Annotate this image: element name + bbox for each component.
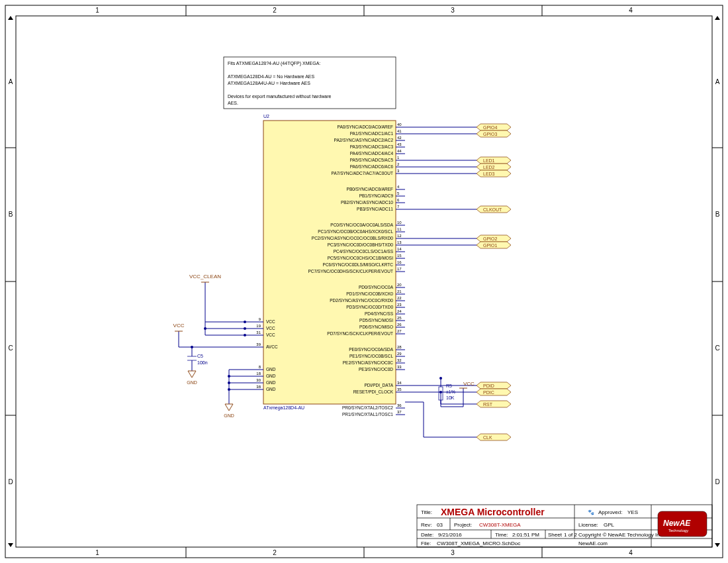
svg-text:C: C [715, 344, 719, 352]
svg-text:GND: GND [224, 413, 234, 418]
svg-text:24: 24 [397, 309, 402, 313]
svg-text:PA6/SYNC/ADC6/AC6: PA6/SYNC/ADC6/AC6 [350, 164, 394, 169]
svg-text:22: 22 [397, 296, 402, 300]
svg-text:18: 18 [256, 372, 261, 376]
svg-text:Technology: Technology [668, 529, 688, 533]
svg-text:6: 6 [397, 198, 400, 202]
svg-text:PDI/PDI_DATA: PDI/PDI_DATA [365, 383, 394, 388]
svg-text:3: 3 [397, 169, 400, 173]
svg-point-192 [228, 375, 230, 378]
net-led3: LED3 [477, 170, 511, 177]
svg-text:29: 29 [397, 352, 402, 356]
svg-text:Approved:: Approved: [598, 509, 622, 515]
svg-text:03: 03 [437, 522, 443, 528]
avcc-net: VCC C5 100n GND [173, 323, 245, 385]
svg-text:PC3/SYNC/OC0D/OC0BHS/TXD0: PC3/SYNC/OC0D/OC0BHS/TXD0 [328, 242, 394, 247]
net-tags: GPIO4GPIO3LED1LED2LED3CLKOUTGPIO2GPIO1PD… [405, 124, 511, 440]
svg-text:9/21/2016: 9/21/2016 [438, 532, 462, 538]
svg-text:ATXMEGA128A4U-AU = Hardware AE: ATXMEGA128A4U-AU = Hardware AES [228, 81, 310, 85]
c5-val: 100n [197, 360, 208, 365]
svg-text:PD5/SYNC/MOSI: PD5/SYNC/MOSI [359, 318, 393, 323]
svg-text:1: 1 [397, 156, 400, 160]
svg-text:PD2/SYNC/ASYNC/OC0C/RXD0: PD2/SYNC/ASYNC/OC0C/RXD0 [330, 298, 393, 303]
svg-text:PD0/SYNC/OC0A: PD0/SYNC/OC0A [359, 285, 394, 289]
net-pdid: PDID [477, 382, 511, 389]
svg-text:R5: R5 [446, 384, 452, 388]
col-1: 1 [95, 7, 99, 14]
chip-ref: U2 [263, 114, 269, 119]
svg-text:GPIO4: GPIO4 [483, 125, 498, 130]
svg-text:GND: GND [266, 387, 276, 391]
svg-text:2: 2 [273, 549, 277, 556]
svg-text:PC5/SYNC/OC0CHS/OC1B/MOSI: PC5/SYNC/OC0CHS/OC1B/MOSI [328, 256, 394, 260]
svg-text:28: 28 [397, 345, 402, 349]
svg-text:AES.: AES. [228, 101, 238, 105]
svg-text:41: 41 [397, 129, 402, 133]
svg-text:26: 26 [397, 323, 402, 327]
svg-text:19: 19 [256, 324, 261, 328]
svg-point-172 [244, 334, 246, 336]
svg-text:4: 4 [629, 549, 633, 556]
svg-text:ATXMEGA128D4-AU = No Hardware : ATXMEGA128D4-AU = No Hardware AES [228, 74, 315, 79]
svg-text:5: 5 [397, 191, 400, 195]
chip-part: ATxmega128D4-AU [263, 405, 304, 411]
svg-text:38: 38 [256, 385, 261, 389]
svg-text:AVCC: AVCC [266, 344, 278, 349]
svg-text:PD4/SYNC/SS: PD4/SYNC/SS [365, 311, 394, 316]
svg-text:12: 12 [397, 234, 402, 238]
svg-text:VCC: VCC [463, 381, 475, 387]
svg-text:Copyright © NewAE Technology I: Copyright © NewAE Technology Inc. [578, 532, 664, 538]
svg-text:PE2/SYNC/ASYNC/OC0C: PE2/SYNC/ASYNC/OC0C [343, 360, 394, 365]
svg-text:CLKOUT: CLKOUT [483, 207, 502, 212]
svg-text:VCC: VCC [266, 319, 275, 324]
svg-text:37: 37 [397, 410, 402, 414]
svg-point-170 [244, 321, 246, 323]
svg-text:PD7/SYNC/SCK/CLKPER/EVOUT: PD7/SYNC/SCK/CLKPER/EVOUT [327, 331, 393, 336]
svg-text:3: 3 [451, 549, 455, 556]
svg-text:Date:: Date: [421, 532, 433, 538]
c5-ref: C5 [197, 354, 203, 358]
svg-text:PDIC: PDIC [483, 390, 494, 395]
svg-marker-23 [8, 543, 13, 547]
svg-text:35: 35 [397, 387, 402, 391]
svg-text:LED1: LED1 [483, 158, 495, 163]
svg-point-173 [204, 327, 206, 330]
svg-text:GPIO2: GPIO2 [483, 236, 498, 241]
svg-text:PB1/SYNC/ADC9: PB1/SYNC/ADC9 [359, 193, 394, 198]
svg-text:VCC: VCC [266, 333, 275, 337]
row-B: B [9, 211, 13, 218]
svg-text:PC0/SYNC/OC0A/OC0ALS/SDA: PC0/SYNC/OC0A/OC0ALS/SDA [330, 223, 393, 227]
svg-text:PA0/SYNC/ADC0/AC0/AREF: PA0/SYNC/ADC0/AC0/AREF [338, 125, 393, 129]
svg-text:10K: 10K [446, 395, 455, 400]
svg-text:PA7/SYNC/ADC7/AC7/AC0OUT: PA7/SYNC/ADC7/AC7/AC0OUT [332, 171, 393, 176]
svg-text:GPL: GPL [604, 522, 615, 528]
svg-text:A: A [715, 78, 720, 85]
svg-text:🐾: 🐾 [588, 509, 594, 515]
svg-point-235 [439, 377, 442, 380]
row-C: C [8, 344, 13, 352]
svg-text:PE3/SYNC/OC0D: PE3/SYNC/OC0D [359, 367, 393, 372]
svg-point-194 [228, 388, 230, 391]
row-A: A [9, 78, 13, 85]
svg-text:RST: RST [483, 402, 493, 407]
svg-text:PD6/SYNC/MISO: PD6/SYNC/MISO [359, 325, 393, 329]
row-D: D [8, 478, 13, 486]
svg-text:36: 36 [397, 403, 402, 407]
svg-text:32: 32 [397, 358, 402, 362]
svg-text:YES: YES [627, 509, 638, 515]
net-gpio4: GPIO4 [477, 124, 511, 130]
svg-marker-22 [8, 16, 13, 20]
schematic-sheet: 1 2 3 4 1 2 3 4 A B C D A B C D Fits ATX… [0, 0, 728, 563]
logo: NewAE [663, 519, 691, 528]
svg-text:PE1/SYNC/OC0B/SCL: PE1/SYNC/OC0B/SCL [349, 354, 393, 358]
svg-text:±1%: ±1% [446, 389, 455, 394]
svg-text:PA1/SYNC/ADC1/AC1: PA1/SYNC/ADC1/AC1 [350, 131, 394, 136]
svg-text:20: 20 [397, 283, 402, 287]
svg-text:GPIO1: GPIO1 [483, 243, 498, 248]
net-clk: CLK [477, 434, 511, 440]
svg-marker-185 [188, 371, 196, 378]
svg-marker-230 [477, 401, 511, 407]
svg-text:PB2/SYNC/ASYNC/ADC10: PB2/SYNC/ASYNC/ADC10 [341, 200, 393, 205]
net-gpio1: GPIO1 [477, 242, 511, 248]
svg-text:PA5/SYNC/ADC5/AC5: PA5/SYNC/ADC5/AC5 [350, 158, 394, 162]
